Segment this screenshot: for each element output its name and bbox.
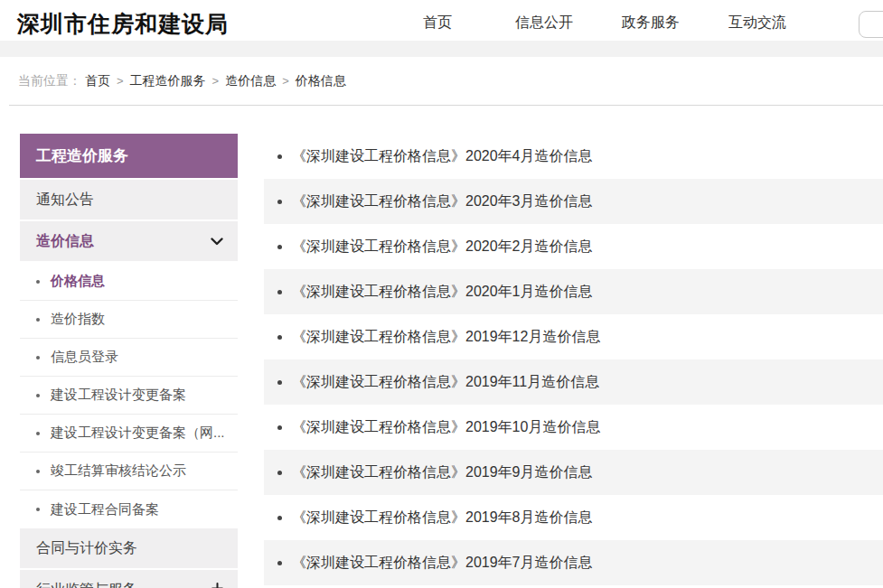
bullet-icon bbox=[36, 394, 40, 397]
price-info-link-2020-02[interactable]: 《深圳建设工程价格信息》2020年2月造价信息 bbox=[292, 238, 593, 257]
breadcrumb-separator: > bbox=[117, 74, 124, 88]
bullet-icon bbox=[277, 380, 282, 385]
sidebar-subitem-design-change-record-online[interactable]: 建设工程设计变更备案（网... bbox=[20, 415, 238, 453]
breadcrumb-separator: > bbox=[282, 74, 289, 88]
site-header: 深圳市住房和建设局 首页 信息公开 政务服务 互动交流 bbox=[0, 0, 883, 43]
price-info-link-2019-09[interactable]: 《深圳建设工程价格信息》2019年9月造价信息 bbox=[292, 463, 593, 482]
bullet-icon bbox=[36, 508, 40, 511]
sidebar-subitem-label: 建设工程设计变更备案（网... bbox=[51, 425, 225, 442]
sidebar-item-label: 合同与计价实务 bbox=[36, 540, 137, 555]
sidebar-title: 工程造价服务 bbox=[20, 134, 238, 178]
sidebar-item-cost-info[interactable]: 造价信息 bbox=[20, 221, 238, 261]
plus-icon bbox=[211, 570, 223, 588]
top-nav: 首页 信息公开 政务服务 互动交流 bbox=[384, 0, 811, 43]
list-item: 《深圳建设工程价格信息》2020年3月造价信息 bbox=[264, 179, 883, 224]
list-item: 《深圳建设工程价格信息》2020年2月造价信息 bbox=[264, 224, 883, 269]
sidebar-subitem-contract-record[interactable]: 建设工程合同备案 bbox=[20, 490, 238, 528]
breadcrumb-home[interactable]: 首页 bbox=[85, 73, 110, 89]
bullet-icon bbox=[277, 200, 282, 204]
sidebar-item-notices[interactable]: 通知公告 bbox=[20, 180, 238, 219]
bullet-icon bbox=[36, 318, 40, 322]
bullet-icon bbox=[36, 470, 40, 473]
breadcrumb-engineering-cost[interactable]: 工程造价服务 bbox=[130, 73, 206, 89]
price-info-link-2020-03[interactable]: 《深圳建设工程价格信息》2020年3月造价信息 bbox=[292, 192, 593, 211]
bullet-icon bbox=[277, 335, 282, 340]
search-input[interactable] bbox=[859, 11, 883, 38]
bullet-icon bbox=[277, 471, 282, 475]
bullet-icon bbox=[277, 425, 282, 430]
sidebar-subitem-settlement-audit-publicity[interactable]: 竣工结算审核结论公示 bbox=[20, 453, 238, 490]
sidebar-submenu: 价格信息 造价指数 信息员登录 建设工程设计变更备案 建设工程设计变更备案（网.… bbox=[20, 263, 238, 528]
breadcrumb: 当前位置： 首页 > 工程造价服务 > 造价信息 > 价格信息 bbox=[18, 57, 883, 105]
sidebar-subitem-design-change-record[interactable]: 建设工程设计变更备案 bbox=[20, 377, 238, 415]
breadcrumb-cost-info[interactable]: 造价信息 bbox=[225, 73, 276, 89]
header-divider-band bbox=[0, 41, 883, 57]
site-title: 深圳市住房和建设局 bbox=[17, 9, 229, 39]
nav-item-gov-services[interactable]: 政务服务 bbox=[597, 0, 704, 43]
bullet-icon bbox=[277, 561, 282, 565]
price-info-link-2019-10[interactable]: 《深圳建设工程价格信息》2019年10月造价信息 bbox=[292, 418, 600, 437]
nav-item-home[interactable]: 首页 bbox=[384, 0, 491, 43]
sidebar-subitem-label: 造价指数 bbox=[51, 311, 105, 328]
nav-item-info-disclosure[interactable]: 信息公开 bbox=[491, 0, 597, 43]
list-item: 《深圳建设工程价格信息》2019年11月造价信息 bbox=[264, 359, 883, 405]
price-info-link-2020-01[interactable]: 《深圳建设工程价格信息》2020年1月造价信息 bbox=[292, 283, 593, 302]
chevron-down-icon bbox=[211, 221, 223, 261]
list-item: 《深圳建设工程价格信息》2019年10月造价信息 bbox=[264, 405, 883, 450]
sidebar-subitem-cost-index[interactable]: 造价指数 bbox=[20, 301, 238, 339]
list-item: 《深圳建设工程价格信息》2020年1月造价信息 bbox=[264, 269, 883, 314]
price-info-link-2019-11[interactable]: 《深圳建设工程价格信息》2019年11月造价信息 bbox=[292, 373, 599, 392]
sidebar-subitem-price-info[interactable]: 价格信息 bbox=[20, 263, 238, 301]
content-divider bbox=[9, 105, 883, 106]
sidebar-subitem-label: 建设工程设计变更备案 bbox=[51, 387, 186, 404]
list-item: 《深圳建设工程价格信息》2019年12月造价信息 bbox=[264, 314, 883, 359]
breadcrumb-separator: > bbox=[212, 74, 220, 88]
sidebar-subitem-label: 建设工程合同备案 bbox=[51, 501, 159, 518]
sidebar-item-contract-pricing-practice[interactable]: 合同与计价实务 bbox=[20, 528, 238, 568]
page: 深圳市住房和建设局 首页 信息公开 政务服务 互动交流 当前位置： 首页 > 工… bbox=[0, 0, 883, 588]
bullet-icon bbox=[36, 280, 40, 284]
bullet-icon bbox=[36, 432, 40, 435]
sidebar-item-label: 行业监管与服务 bbox=[36, 582, 137, 588]
list-item: 《深圳建设工程价格信息》2020年4月造价信息 bbox=[264, 134, 883, 179]
price-info-link-2019-07[interactable]: 《深圳建设工程价格信息》2019年7月造价信息 bbox=[292, 554, 593, 573]
sidebar-item-label: 通知公告 bbox=[36, 191, 94, 207]
price-info-list: 《深圳建设工程价格信息》2020年4月造价信息 《深圳建设工程价格信息》2020… bbox=[264, 134, 883, 585]
sidebar: 工程造价服务 通知公告 造价信息 价格信息 造价指数 信息员登录 bbox=[20, 134, 238, 588]
sidebar-item-label: 造价信息 bbox=[36, 233, 94, 248]
sidebar-subitem-informant-login[interactable]: 信息员登录 bbox=[20, 339, 238, 377]
list-item: 《深圳建设工程价格信息》2019年7月造价信息 bbox=[264, 540, 883, 585]
sidebar-item-industry-supervision[interactable]: 行业监管与服务 bbox=[20, 570, 238, 588]
list-item: 《深圳建设工程价格信息》2019年9月造价信息 bbox=[264, 450, 883, 495]
breadcrumb-label: 当前位置： bbox=[18, 73, 81, 89]
bullet-icon bbox=[277, 290, 282, 294]
breadcrumb-price-info[interactable]: 价格信息 bbox=[296, 73, 346, 89]
bullet-icon bbox=[277, 154, 282, 159]
bullet-icon bbox=[277, 516, 282, 520]
bullet-icon bbox=[277, 245, 282, 249]
nav-item-interaction[interactable]: 互动交流 bbox=[704, 0, 811, 43]
price-info-link-2020-04[interactable]: 《深圳建设工程价格信息》2020年4月造价信息 bbox=[292, 147, 593, 166]
bullet-icon bbox=[36, 356, 40, 359]
sidebar-subitem-label: 信息员登录 bbox=[51, 349, 118, 366]
list-item: 《深圳建设工程价格信息》2019年8月造价信息 bbox=[264, 495, 883, 540]
price-info-link-2019-12[interactable]: 《深圳建设工程价格信息》2019年12月造价信息 bbox=[292, 328, 600, 347]
sidebar-subitem-label: 竣工结算审核结论公示 bbox=[51, 462, 186, 480]
sidebar-subitem-label: 价格信息 bbox=[51, 273, 105, 290]
price-info-link-2019-08[interactable]: 《深圳建设工程价格信息》2019年8月造价信息 bbox=[292, 509, 593, 527]
